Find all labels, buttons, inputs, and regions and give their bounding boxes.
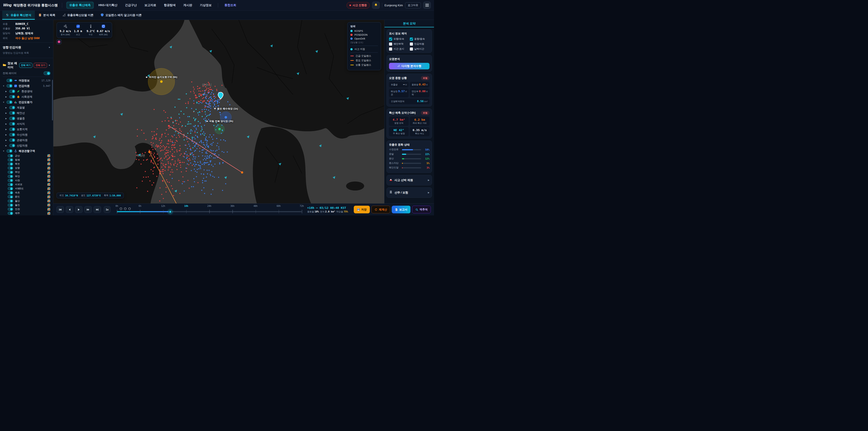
collapsible-card-사고 선박 제원[interactable]: 사고 선박 제원▶ xyxy=(386,175,432,185)
layer-toggle-민감도평가[interactable] xyxy=(6,100,12,104)
affected-resources-header[interactable]: 영향 민감자원 ▼ xyxy=(0,44,53,51)
region-style-button-동해[interactable] xyxy=(47,158,51,161)
chevron-right-icon[interactable]: ▶ xyxy=(5,90,8,92)
region-toggle-울진[interactable] xyxy=(8,204,13,207)
checkbox-유향/유속[interactable]: 유향/유속 xyxy=(389,37,409,41)
step-back-button[interactable] xyxy=(66,206,73,213)
master-layer-toggle[interactable] xyxy=(43,71,51,75)
fast-forward-button[interactable] xyxy=(84,206,92,213)
layer-toggle-보호지역[interactable] xyxy=(9,128,15,131)
region-toggle-서해5도[interactable] xyxy=(8,187,13,190)
region-toggle-목포[interactable] xyxy=(8,162,13,165)
nav-item-보고자료[interactable]: 보고자료 xyxy=(141,2,159,9)
region-style-button-제주[interactable] xyxy=(47,212,51,215)
chevron-right-icon[interactable]: ▶ xyxy=(5,96,8,98)
chevron-down-icon[interactable]: ▼ xyxy=(3,150,5,152)
region-toggle-서귀포[interactable] xyxy=(8,183,13,186)
nav-item-항공탐색[interactable]: 항공탐색 xyxy=(161,2,179,9)
region-style-button-부산[interactable] xyxy=(47,171,51,174)
logout-button[interactable]: 로그아웃 xyxy=(405,2,421,8)
layer-toggle-수산자원[interactable] xyxy=(9,133,15,136)
notifications-button[interactable] xyxy=(372,2,380,9)
layer-toggle-사회경제[interactable] xyxy=(9,95,15,98)
panel-title[interactable]: 분석 요약 xyxy=(384,20,434,27)
chevron-right-icon[interactable]: ▶ xyxy=(5,128,8,130)
menu-button[interactable] xyxy=(423,2,431,9)
layer-toggle-생물종[interactable] xyxy=(9,117,15,120)
nav-item-HNS·대기확산[interactable]: HNS·대기확산 xyxy=(95,2,121,9)
chevron-right-icon[interactable]: ▶ xyxy=(5,107,8,109)
chevron-down-icon[interactable]: ▼ xyxy=(3,101,5,103)
tab-유출유확산모델-이론[interactable]: 유출유확산모델 이론 xyxy=(59,11,97,20)
collapsible-card-선주 / 보험[interactable]: 선주 / 보험▶ xyxy=(386,187,432,198)
tab-분석-목록[interactable]: 분석 목록 xyxy=(35,11,59,20)
checkbox-해안부착[interactable]: 해안부착 xyxy=(389,42,409,45)
timeline-slider[interactable]: 0h6h12h18h24h36h48h60h72h xyxy=(117,204,302,215)
layer-toggle-계절별[interactable] xyxy=(9,106,15,109)
region-style-button-울산[interactable] xyxy=(47,199,51,203)
region-toggle-속초[interactable] xyxy=(8,191,13,194)
region-style-button-완도[interactable] xyxy=(47,195,51,198)
polygon-analysis-button[interactable]: 다각형 분석수행 xyxy=(389,63,430,69)
nav-item-게시판[interactable]: 게시판 xyxy=(180,2,195,9)
action-button-저장[interactable]: 저장 xyxy=(354,206,370,213)
checkbox-날짜시간[interactable]: 날짜시간 xyxy=(410,47,430,51)
chevron-right-icon[interactable]: ▶ xyxy=(5,134,8,136)
region-toggle-군산[interactable] xyxy=(8,154,13,157)
chevron-right-icon[interactable]: ▶ xyxy=(5,118,8,120)
checkbox-시간 표시[interactable]: 시간 표시 xyxy=(389,47,409,51)
checkbox-민감자원[interactable]: 민감자원 xyxy=(410,42,430,45)
layer-toggle-해경관할구역[interactable] xyxy=(6,149,12,153)
layer-toggle-환경생태[interactable] xyxy=(9,90,15,93)
layer-toggle-민감자원[interactable] xyxy=(6,84,12,88)
layer-toggle-해안선[interactable] xyxy=(9,112,15,115)
timeline-handle[interactable] xyxy=(169,210,172,213)
nav-item-유출유-확산예측[interactable]: 유출유 확산예측 xyxy=(66,2,94,9)
region-style-button-속초[interactable] xyxy=(47,191,51,194)
chevron-right-icon[interactable]: ▶ xyxy=(5,123,8,125)
layer-toggle-관광자원[interactable] xyxy=(9,138,15,142)
region-toggle-보령[interactable] xyxy=(8,166,13,170)
region-toggle-동해[interactable] xyxy=(8,158,13,161)
nav-item-통합조회[interactable]: 통합조회 xyxy=(221,2,239,9)
sidebar-scrollbar[interactable] xyxy=(52,80,53,120)
skip-start-button[interactable] xyxy=(57,206,64,213)
incident-location-pin[interactable] xyxy=(218,92,223,100)
region-style-button-보령[interactable] xyxy=(47,166,51,170)
chevron-right-icon[interactable]: ▶ xyxy=(5,145,8,147)
region-style-button-울진[interactable] xyxy=(47,204,51,207)
playback-speed-button[interactable]: 1x xyxy=(104,206,111,213)
region-style-button-부안[interactable] xyxy=(47,175,51,178)
region-style-button-인천[interactable] xyxy=(47,208,51,211)
region-toggle-부안[interactable] xyxy=(8,175,13,178)
checkbox-풍향/풍속[interactable]: 풍향/풍속 xyxy=(410,37,430,41)
region-toggle-제주[interactable] xyxy=(8,212,13,215)
region-toggle-완도[interactable] xyxy=(8,195,13,198)
action-button-역추적[interactable]: 역추적 xyxy=(412,206,431,213)
chevron-down-icon[interactable]: ▼ xyxy=(3,85,5,87)
map-canvas[interactable]: 여수시화양면 여자만 습지보호구역 (6h)종포 해수욕장 (1h)국동 전복 … xyxy=(53,20,384,204)
action-button-재계산[interactable]: 재계산 xyxy=(371,206,390,213)
play-button[interactable] xyxy=(75,206,83,213)
chevron-right-icon[interactable]: ▶ xyxy=(5,112,8,114)
region-toggle-사천[interactable] xyxy=(8,179,13,182)
nav-item-긴급구난[interactable]: 긴급구난 xyxy=(122,2,140,9)
region-style-button-사천[interactable] xyxy=(47,179,51,182)
tab-오일펜스-배치-알고리즘-이론[interactable]: 오일펜스 배치 알고리즘 이론 xyxy=(97,11,145,20)
layer-toggle-산업자원[interactable] xyxy=(9,144,15,147)
region-style-button-서해5도[interactable] xyxy=(47,187,51,190)
region-toggle-부산[interactable] xyxy=(8,171,13,174)
chevron-right-icon[interactable]: ▶ xyxy=(5,139,8,141)
region-toggle-인천[interactable] xyxy=(8,208,13,211)
layer-toggle-어장정보[interactable] xyxy=(6,79,12,82)
layer-toggle-서식지[interactable] xyxy=(9,122,15,125)
all-layers-off-button[interactable]: 전체 끄기 xyxy=(34,63,47,68)
all-layers-on-button[interactable]: 전체 켜기 xyxy=(19,63,33,68)
action-button-보고서[interactable]: 보고서 xyxy=(392,206,410,213)
skip-end-button[interactable] xyxy=(94,206,101,213)
region-style-button-군산[interactable] xyxy=(47,154,51,157)
tab-유출유-확산분석[interactable]: 유출유 확산분석 xyxy=(2,11,35,20)
region-style-button-서귀포[interactable] xyxy=(47,183,51,186)
map-style-toggle-button[interactable] xyxy=(57,39,61,44)
region-style-button-목포[interactable] xyxy=(47,162,51,165)
